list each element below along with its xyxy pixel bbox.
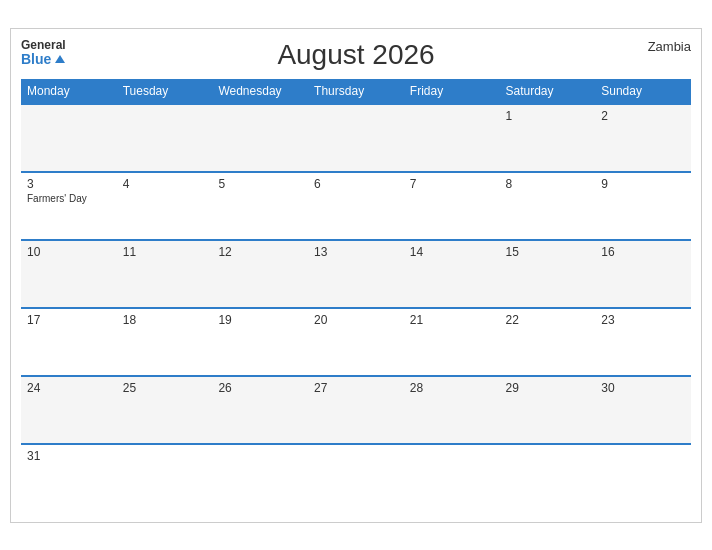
calendar-cell: 26 bbox=[212, 376, 308, 444]
day-number: 5 bbox=[218, 177, 302, 191]
calendar-cell bbox=[212, 104, 308, 172]
day-number: 15 bbox=[506, 245, 590, 259]
calendar-cell bbox=[21, 104, 117, 172]
day-number: 4 bbox=[123, 177, 207, 191]
calendar-cell: 18 bbox=[117, 308, 213, 376]
day-number: 1 bbox=[506, 109, 590, 123]
calendar-cell: 1 bbox=[500, 104, 596, 172]
calendar-weekdays-header: MondayTuesdayWednesdayThursdayFridaySatu… bbox=[21, 79, 691, 104]
day-number: 22 bbox=[506, 313, 590, 327]
day-number: 11 bbox=[123, 245, 207, 259]
day-number: 28 bbox=[410, 381, 494, 395]
day-event: Farmers' Day bbox=[27, 193, 111, 204]
day-number: 20 bbox=[314, 313, 398, 327]
calendar-cell bbox=[500, 444, 596, 512]
calendar-week-row: 24252627282930 bbox=[21, 376, 691, 444]
calendar-cell: 15 bbox=[500, 240, 596, 308]
weekday-header: Friday bbox=[404, 79, 500, 104]
calendar-cell: 27 bbox=[308, 376, 404, 444]
calendar-cell: 7 bbox=[404, 172, 500, 240]
weekday-header: Saturday bbox=[500, 79, 596, 104]
calendar-cell: 28 bbox=[404, 376, 500, 444]
weekday-header: Monday bbox=[21, 79, 117, 104]
calendar-week-row: 31 bbox=[21, 444, 691, 512]
day-number: 18 bbox=[123, 313, 207, 327]
calendar-cell: 29 bbox=[500, 376, 596, 444]
calendar-week-row: 3Farmers' Day456789 bbox=[21, 172, 691, 240]
logo: General Blue bbox=[21, 39, 66, 68]
calendar-cell: 20 bbox=[308, 308, 404, 376]
calendar-week-row: 17181920212223 bbox=[21, 308, 691, 376]
day-number: 19 bbox=[218, 313, 302, 327]
calendar-cell: 16 bbox=[595, 240, 691, 308]
day-number: 13 bbox=[314, 245, 398, 259]
calendar-cell bbox=[404, 444, 500, 512]
calendar-cell: 17 bbox=[21, 308, 117, 376]
calendar-grid: MondayTuesdayWednesdayThursdayFridaySatu… bbox=[21, 79, 691, 512]
calendar-cell: 9 bbox=[595, 172, 691, 240]
day-number: 30 bbox=[601, 381, 685, 395]
day-number: 23 bbox=[601, 313, 685, 327]
calendar-cell: 4 bbox=[117, 172, 213, 240]
day-number: 27 bbox=[314, 381, 398, 395]
day-number: 8 bbox=[506, 177, 590, 191]
calendar-cell: 11 bbox=[117, 240, 213, 308]
calendar-cell: 31 bbox=[21, 444, 117, 512]
day-number: 29 bbox=[506, 381, 590, 395]
day-number: 2 bbox=[601, 109, 685, 123]
day-number: 24 bbox=[27, 381, 111, 395]
calendar-cell: 5 bbox=[212, 172, 308, 240]
day-number: 31 bbox=[27, 449, 111, 463]
calendar-cell: 22 bbox=[500, 308, 596, 376]
calendar-cell bbox=[404, 104, 500, 172]
calendar-cell bbox=[117, 444, 213, 512]
calendar-cell: 24 bbox=[21, 376, 117, 444]
day-number: 21 bbox=[410, 313, 494, 327]
calendar-week-row: 12 bbox=[21, 104, 691, 172]
calendar-week-row: 10111213141516 bbox=[21, 240, 691, 308]
calendar-country: Zambia bbox=[648, 39, 691, 54]
weekday-header: Thursday bbox=[308, 79, 404, 104]
calendar-cell: 23 bbox=[595, 308, 691, 376]
day-number: 17 bbox=[27, 313, 111, 327]
day-number: 3 bbox=[27, 177, 111, 191]
calendar-cell: 21 bbox=[404, 308, 500, 376]
day-number: 25 bbox=[123, 381, 207, 395]
calendar-cell: 19 bbox=[212, 308, 308, 376]
day-number: 6 bbox=[314, 177, 398, 191]
day-number: 16 bbox=[601, 245, 685, 259]
calendar-cell bbox=[117, 104, 213, 172]
weekday-header: Tuesday bbox=[117, 79, 213, 104]
calendar-header: General Blue August 2026 Zambia bbox=[21, 39, 691, 71]
day-number: 12 bbox=[218, 245, 302, 259]
day-number: 7 bbox=[410, 177, 494, 191]
calendar-cell: 30 bbox=[595, 376, 691, 444]
day-number: 9 bbox=[601, 177, 685, 191]
weekday-header: Sunday bbox=[595, 79, 691, 104]
calendar-container: General Blue August 2026 Zambia MondayTu… bbox=[10, 28, 702, 523]
calendar-cell bbox=[212, 444, 308, 512]
calendar-cell bbox=[308, 444, 404, 512]
day-number: 14 bbox=[410, 245, 494, 259]
calendar-cell: 8 bbox=[500, 172, 596, 240]
calendar-cell: 2 bbox=[595, 104, 691, 172]
day-number: 26 bbox=[218, 381, 302, 395]
calendar-cell: 10 bbox=[21, 240, 117, 308]
logo-blue-text: Blue bbox=[21, 52, 66, 67]
calendar-cell: 6 bbox=[308, 172, 404, 240]
calendar-cell: 25 bbox=[117, 376, 213, 444]
weekday-header: Wednesday bbox=[212, 79, 308, 104]
calendar-cell: 14 bbox=[404, 240, 500, 308]
calendar-cell: 12 bbox=[212, 240, 308, 308]
calendar-cell bbox=[308, 104, 404, 172]
calendar-cell: 3Farmers' Day bbox=[21, 172, 117, 240]
calendar-cell bbox=[595, 444, 691, 512]
day-number: 10 bbox=[27, 245, 111, 259]
calendar-title: August 2026 bbox=[21, 39, 691, 71]
calendar-cell: 13 bbox=[308, 240, 404, 308]
